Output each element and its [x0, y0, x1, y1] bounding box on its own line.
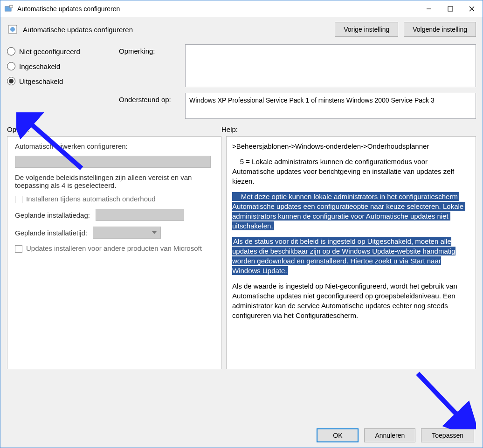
checkbox-label: Updates installeren voor andere producte…	[26, 244, 202, 252]
checkbox-icon	[15, 196, 22, 203]
options-panel[interactable]: Automatisch bijwerken configureren: De v…	[7, 136, 221, 369]
supported-on-box: Windows XP Professional Service Pack 1 o…	[185, 93, 476, 119]
install-during-maintenance-checkbox: Installeren tijdens automatisch onderhou…	[15, 195, 214, 203]
radio-label: Niet geconfigureerd	[19, 48, 80, 55]
window-title: Automatische updates configureren	[17, 5, 418, 13]
gpedit-policy-window: Automatische updates configureren Automa…	[0, 0, 483, 448]
radio-icon	[7, 47, 15, 55]
checkbox-label: Installeren tijdens automatisch onderhou…	[26, 195, 156, 203]
radio-not-configured[interactable]: Niet geconfigureerd	[7, 47, 119, 55]
checkbox-icon	[15, 245, 22, 253]
scheduled-day-select	[96, 209, 184, 221]
scheduled-time-select	[93, 227, 161, 239]
minimize-button[interactable]	[418, 1, 440, 16]
previous-setting-button[interactable]: Vorige instelling	[335, 22, 398, 37]
supported-on-text: Windows XP Professional Service Pack 1 o…	[189, 96, 472, 105]
options-section-label: Opties:	[7, 125, 221, 133]
svg-rect-3	[448, 7, 453, 11]
titlebar: Automatische updates configureren	[0, 0, 483, 17]
svg-point-7	[10, 27, 15, 32]
comment-label: Opmerking:	[119, 44, 179, 55]
svg-rect-1	[10, 5, 13, 7]
configure-updates-select	[15, 156, 211, 168]
next-setting-button[interactable]: Volgende instelling	[404, 22, 476, 37]
cancel-button[interactable]: Annuleren	[364, 428, 415, 442]
supported-label: Ondersteund op:	[119, 93, 179, 103]
options-note: De volgende beleidsinstellingen zijn all…	[15, 173, 214, 189]
scheduled-time-label: Geplande installatietijd:	[15, 229, 87, 237]
policy-icon	[7, 24, 18, 35]
configure-updates-label: Automatisch bijwerken configureren:	[15, 142, 214, 150]
radio-icon	[7, 77, 15, 85]
apply-button[interactable]: Toepassen	[421, 428, 474, 442]
ok-button[interactable]: OK	[317, 428, 359, 442]
other-products-checkbox: Updates installeren voor andere producte…	[15, 244, 214, 253]
radio-enabled[interactable]: Ingeschakeld	[7, 62, 119, 70]
radio-label: Uitgeschakeld	[19, 77, 63, 85]
help-panel[interactable]: >Beheersjablonen->Windows-onderdelen->On…	[226, 136, 476, 369]
close-button[interactable]	[461, 1, 483, 16]
help-section-label: Help:	[221, 125, 238, 133]
radio-label: Ingeschakeld	[19, 62, 60, 70]
radio-icon	[7, 62, 15, 70]
radio-disabled[interactable]: Uitgeschakeld	[7, 77, 119, 85]
comment-textarea[interactable]	[185, 44, 476, 87]
policy-title: Automatische updates configureren	[23, 26, 133, 34]
help-para-last: Als de waarde is ingesteld op Niet-gecon…	[232, 281, 470, 320]
app-icon	[4, 4, 14, 14]
help-para-5: 5 = Lokale administrators kunnen de conf…	[232, 157, 470, 186]
scheduled-day-label: Geplande installatiedag:	[15, 211, 90, 219]
help-highlighted-1[interactable]: Met deze optie kunnen lokale administrat…	[232, 192, 465, 230]
maximize-button[interactable]	[440, 1, 461, 16]
help-highlighted-2[interactable]: Als de status voor dit beleid is ingeste…	[232, 237, 455, 275]
dialog-footer: OK Annuleren Toepassen	[0, 423, 483, 448]
help-breadcrumb: >Beheersjablonen->Windows-onderdelen->On…	[232, 141, 470, 151]
